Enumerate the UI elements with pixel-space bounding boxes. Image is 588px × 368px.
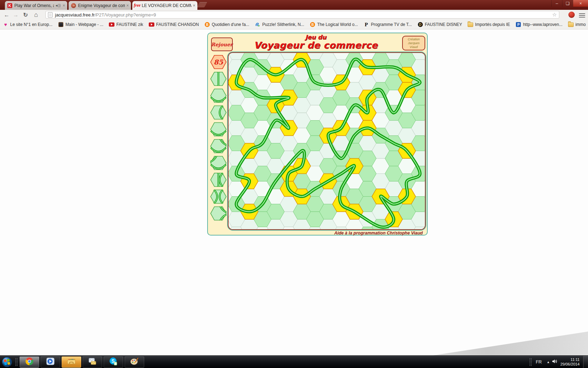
laprovence-icon: P — [516, 22, 521, 27]
bookmark-star-icon[interactable]: ☆ — [552, 12, 557, 18]
bookmark-item-4[interactable]: FAUSTINE CHANSON — [149, 22, 199, 27]
bookmark-label: http--www.laproven... — [523, 22, 562, 27]
browser-nav-bar: ← → ↻ ⌂ jacquesviaud.free.fr/P2T/Voyageu… — [0, 10, 588, 20]
youtube-icon — [109, 22, 114, 27]
blogger-icon: B — [204, 22, 210, 27]
puzzle-icon — [255, 22, 260, 27]
blogger-icon: B — [310, 22, 315, 27]
minimize-button[interactable]: – — [551, 0, 562, 7]
taskbar-button-paint[interactable] — [125, 356, 144, 368]
bookmark-item-6[interactable]: Puzzle! Slitherlink, N... — [255, 22, 304, 27]
tab-title: LE VOYAGEUR DE COMM — [142, 3, 191, 8]
ptv-icon: P — [364, 22, 369, 27]
credit-line: Viaud — [410, 45, 418, 49]
taskbar-button-chrome[interactable] — [20, 356, 39, 368]
preview-tile-7[interactable] — [210, 173, 226, 187]
game-title-line2: Voyageur de commerce — [236, 41, 396, 50]
maximize-button[interactable]: ❏ — [562, 0, 573, 7]
bookmark-item-8[interactable]: PProgramme TV de T... — [364, 22, 412, 27]
bookmark-label: The Logical World o... — [317, 22, 358, 27]
bookmark-item-3[interactable]: FAUSTINE zik — [109, 22, 143, 27]
bookmarks-bar: ♥Le site N°1 en Europ...Main - Webpage -… — [0, 20, 588, 29]
volume-icon[interactable] — [552, 359, 558, 365]
desktop-screen: KPlay War of Omens, a f◄))×:oEnigme Voya… — [0, 0, 588, 368]
browser-menu-icon[interactable] — [579, 12, 585, 17]
dark-icon — [58, 22, 64, 27]
browser-tab-3[interactable]: freeLE VOYAGEUR DE COMM× — [132, 1, 197, 10]
bookmark-item-2[interactable]: Main - Webpage - ... — [58, 22, 104, 27]
forward-button[interactable]: → — [11, 11, 20, 19]
credit-button[interactable]: Création Jacques Viaud — [402, 36, 425, 50]
tab-close-icon[interactable]: × — [126, 4, 129, 8]
bookmark-label: FAUSTINE DISNEY — [425, 22, 462, 27]
taskbar-button-mail[interactable] — [83, 356, 102, 368]
url-text[interactable]: jacquesviaud.free.fr/P2T/Voyageur.php?en… — [55, 12, 552, 18]
explorer-icon — [67, 357, 76, 367]
preview-tile-6[interactable] — [210, 156, 226, 170]
disney-icon: D — [418, 22, 423, 27]
page-icon — [48, 12, 52, 18]
tab-close-icon[interactable]: × — [193, 4, 195, 8]
tab-title: Play War of Omens, a f — [14, 3, 54, 8]
browser-tab-1[interactable]: KPlay War of Omens, a f◄))× — [5, 1, 67, 10]
language-indicator[interactable]: FR — [536, 359, 542, 364]
chrome-icon — [25, 357, 34, 367]
tab-favicon: K — [7, 3, 13, 8]
wmp-icon — [46, 357, 55, 367]
preview-tile-3[interactable] — [210, 105, 226, 120]
bookmark-item-12[interactable]: immo — [568, 22, 586, 27]
tab-close-icon[interactable]: × — [63, 4, 65, 8]
bookmark-label: Programme TV de T... — [371, 22, 412, 27]
bookmark-label: FAUSTINE zik — [116, 22, 143, 27]
tab-audio-icon[interactable]: ◄)) — [55, 4, 61, 7]
bookmark-label: Le site N°1 en Europ... — [10, 22, 52, 27]
game-panel: Rejouer Jeu du Voyageur de commerce Créa… — [207, 33, 428, 236]
game-board[interactable] — [228, 52, 426, 230]
show-hidden-icons-icon[interactable]: ▲ — [547, 360, 550, 364]
taskbar-button-wmp[interactable] — [41, 356, 60, 368]
mail-icon — [88, 357, 97, 367]
preview-tile-2[interactable] — [210, 89, 226, 103]
clock-date: 29/06/2014 — [560, 362, 580, 367]
bookmark-item-7[interactable]: BThe Logical World o... — [310, 22, 358, 27]
close-button[interactable]: × — [573, 0, 588, 7]
bookmark-item-5[interactable]: BQuotidien d'une fa... — [204, 22, 249, 27]
heart-icon: ♥ — [3, 22, 8, 27]
show-desktop-button[interactable] — [583, 356, 588, 368]
credit-line: Jacques — [408, 41, 420, 45]
tray-grip — [529, 358, 532, 366]
bookmark-item-9[interactable]: DFAUSTINE DISNEY — [418, 22, 462, 27]
tab-favicon: :o — [71, 3, 76, 8]
preview-tile-4[interactable] — [210, 122, 226, 136]
taskbar-button-skype[interactable]: S — [104, 356, 123, 368]
address-bar[interactable]: jacquesviaud.free.fr/P2T/Voyageur.php?en… — [46, 11, 559, 19]
window-controls: –❏× — [551, 0, 588, 7]
game-title: Jeu du Voyageur de commerce — [236, 34, 396, 50]
bookmark-label: Puzzle! Slitherlink, N... — [262, 22, 304, 27]
tiles-remaining-badge: 85 — [210, 55, 226, 69]
tab-favicon: free — [134, 3, 140, 8]
preview-tile-9[interactable] — [210, 206, 226, 220]
bookmark-label: Main - Webpage - ... — [65, 22, 104, 27]
browser-tab-2[interactable]: :oEnigme Voyageur de com× — [69, 1, 131, 10]
system-tray: FR ▲ 11:11 29/06/2014 — [528, 356, 588, 368]
tile-sidebar: 85 — [210, 55, 227, 223]
home-button[interactable]: ⌂ — [31, 11, 41, 19]
back-button[interactable]: ← — [2, 11, 11, 19]
svg-text:85: 85 — [214, 58, 224, 66]
bookmark-label: immo — [575, 22, 586, 27]
adblock-extension-icon[interactable] — [568, 12, 575, 18]
replay-button[interactable]: Rejouer — [211, 38, 233, 51]
bookmark-item-10[interactable]: Importés depuis IE — [468, 22, 510, 27]
taskbar-clock[interactable]: 11:11 29/06/2014 — [560, 357, 580, 367]
taskbar-button-explorer[interactable] — [62, 356, 81, 368]
bookmark-item-11[interactable]: Phttp--www.laproven... — [516, 22, 562, 27]
start-button[interactable] — [0, 356, 14, 368]
bookmark-item-1[interactable]: ♥Le site N°1 en Europ... — [3, 22, 52, 27]
preview-tile-1[interactable] — [210, 72, 226, 86]
new-tab-button[interactable] — [197, 2, 207, 7]
reload-button[interactable]: ↻ — [21, 11, 30, 19]
bookmark-label: Importés depuis IE — [475, 22, 510, 27]
preview-tile-5[interactable] — [210, 139, 226, 153]
preview-tile-8[interactable] — [210, 190, 226, 204]
